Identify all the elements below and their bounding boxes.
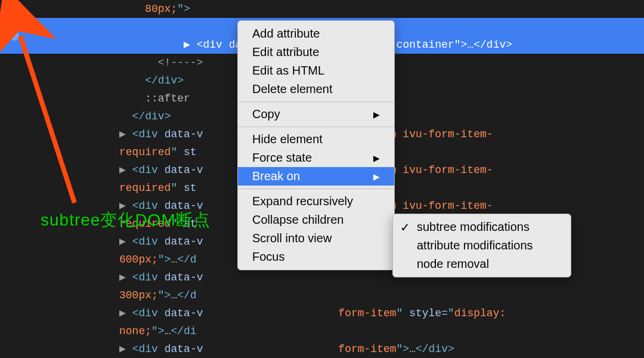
ctx-copy[interactable]: Copy▶	[238, 105, 394, 124]
expand-arrow-icon[interactable]: ▶	[119, 236, 126, 248]
expand-arrow-icon[interactable]: ▶	[184, 39, 190, 51]
checkmark-icon: ✓	[400, 220, 410, 234]
menu-separator	[238, 101, 394, 102]
ctx-delete-element[interactable]: Delete element	[238, 80, 394, 98]
sub-node-removal[interactable]: node removal	[393, 255, 571, 273]
submenu-arrow-icon: ▶	[373, 172, 380, 181]
code-line: 300px;">…</d	[0, 286, 644, 304]
ctx-edit-attribute[interactable]: Edit attribute	[238, 43, 394, 61]
break-on-submenu: ✓ subtree modifications attribute modifi…	[392, 214, 571, 277]
code-line: none;">…</di	[0, 322, 644, 340]
ctx-expand-recursively[interactable]: Expand recursively	[238, 192, 394, 211]
sub-subtree-modifications[interactable]: ✓ subtree modifications	[393, 218, 571, 236]
ctx-hide-element[interactable]: Hide element	[238, 130, 394, 149]
code-line[interactable]: ▶ <div data-v form-item">…</div>	[0, 340, 644, 358]
context-menu: Add attribute Edit attribute Edit as HTM…	[237, 20, 395, 270]
annotation-label: subtree变化DOM断点	[41, 209, 210, 232]
breakpoint-indicator-icon	[10, 31, 19, 41]
ctx-add-attribute[interactable]: Add attribute	[238, 24, 394, 43]
sub-attribute-modifications[interactable]: attribute modifications	[393, 236, 571, 255]
submenu-arrow-icon: ▶	[373, 153, 380, 163]
expand-arrow-icon[interactable]: ▶	[119, 128, 126, 140]
ctx-force-state[interactable]: Force state▶	[238, 149, 394, 167]
expand-arrow-icon[interactable]: ▶	[119, 164, 126, 176]
ctx-collapse-children[interactable]: Collapse children	[238, 211, 394, 229]
expand-arrow-icon[interactable]: ▶	[119, 271, 126, 283]
ctx-focus[interactable]: Focus	[238, 248, 394, 266]
code-line[interactable]: ▶ <div data-v form-item" style="display:	[0, 304, 644, 322]
ctx-break-on[interactable]: Break on▶	[238, 167, 394, 186]
expand-arrow-icon[interactable]: ▶	[119, 307, 126, 319]
ctx-scroll-into-view[interactable]: Scroll into view	[238, 229, 394, 248]
code-line: 80px;">	[0, 0, 644, 18]
menu-separator	[238, 189, 394, 189]
submenu-arrow-icon: ▶	[373, 110, 380, 119]
ctx-edit-as-html[interactable]: Edit as HTML	[238, 61, 394, 80]
expand-arrow-icon[interactable]: ▶	[119, 343, 126, 355]
menu-separator	[238, 126, 394, 127]
